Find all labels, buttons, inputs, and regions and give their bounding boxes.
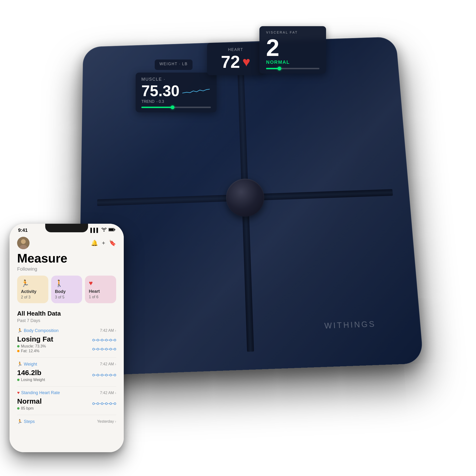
svg-rect-1	[115, 229, 115, 230]
bpm-detail: 85 bpm	[17, 406, 42, 410]
weight-item-title: 🏃 Weight	[17, 361, 37, 367]
svg-point-8	[97, 339, 99, 341]
heart-card: HEART 72 ♥	[207, 43, 264, 75]
svg-point-4	[21, 239, 26, 244]
muscle-label: MUSCLE ·	[141, 77, 211, 82]
following-label: Following	[17, 266, 116, 272]
follow-card-heart[interactable]: ♥ Heart 1 of 6	[85, 276, 116, 303]
muscle-sparkline	[182, 86, 211, 96]
heart-value: 72	[221, 53, 240, 70]
fat-dot	[17, 350, 19, 352]
scale-body: WITHINGS	[78, 37, 424, 376]
phone-content: 🔔 + 🔖 Measure Following 🏃 Activity 2 of …	[10, 233, 124, 437]
scale-center-circle	[226, 178, 265, 217]
svg-point-17	[93, 348, 95, 350]
phone-body: 9:41 ▌▌▌	[10, 224, 124, 452]
heart-rate-icon: ♥	[17, 390, 20, 395]
muscle-slider-fill	[141, 107, 172, 108]
body-comp-chevron: ›	[115, 328, 116, 333]
muscle-slider-track	[141, 107, 211, 108]
steps-icon: 🏃	[17, 419, 22, 424]
following-cards: 🏃 Activity 2 of 3 🚶 Body 3 of 5 ♥ Heart …	[17, 276, 116, 303]
status-time: 9:41	[18, 227, 28, 233]
follow-card-body[interactable]: 🚶 Body 3 of 5	[51, 276, 82, 303]
svg-point-36	[110, 374, 112, 376]
weight-trend	[92, 372, 116, 379]
svg-point-47	[110, 403, 112, 405]
battery-icon	[108, 228, 115, 233]
activity-icon: 🏃	[21, 279, 45, 287]
signal-icon: ▌▌▌	[90, 228, 100, 233]
body-icon: 🚶	[55, 279, 79, 287]
steps-time: Yesterday ›	[97, 419, 116, 424]
heart-rate-title: ♥ Standing Heart Rate	[17, 390, 60, 395]
trend-value: - 0.3	[156, 100, 164, 104]
svg-point-43	[101, 403, 103, 405]
heart-label: HEART	[214, 48, 257, 52]
svg-point-34	[105, 374, 107, 376]
scale-device: WITHINGS	[67, 19, 447, 400]
svg-point-32	[101, 374, 103, 376]
visceral-label: VISCERAL FAT	[266, 31, 319, 34]
body-comp-trend	[92, 336, 116, 344]
svg-point-16	[114, 339, 116, 341]
health-item-body-composition[interactable]: 🏃 Body Composition 7:42 AM › Losing Fat	[17, 328, 116, 358]
app-header: 🔔 + 🔖	[17, 237, 116, 249]
body-comp-trend2	[92, 346, 116, 352]
bpm-dot	[17, 407, 19, 409]
svg-point-14	[110, 339, 112, 341]
activity-title: Activity	[21, 289, 45, 294]
bell-icon[interactable]: 🔔	[91, 240, 98, 246]
svg-point-12	[105, 339, 107, 341]
body-comp-value: Losing Fat	[17, 335, 53, 343]
muscle-detail: Muscle: 73.3%	[17, 344, 53, 348]
weight-card: WEIGHT · LB	[155, 60, 192, 70]
bookmark-icon[interactable]: 🔖	[109, 240, 116, 246]
visceral-slider-track	[266, 68, 319, 69]
add-icon[interactable]: +	[102, 240, 105, 246]
wifi-icon	[102, 228, 107, 233]
fat-detail: Fat: 12.4%	[17, 349, 53, 353]
svg-point-10	[101, 339, 103, 341]
health-item-weight[interactable]: 🏃 Weight 7:42 AM › 146.2lb	[17, 361, 116, 387]
weight-value: 146.2lb	[17, 369, 45, 377]
health-item-heart-rate[interactable]: ♥ Standing Heart Rate 7:42 AM › Normal	[17, 390, 116, 415]
phone-screen: 9:41 ▌▌▌	[10, 224, 124, 452]
visceral-fat-card: VISCERAL FAT 2 NORMAL	[259, 26, 326, 73]
muscle-slider-thumb	[171, 105, 174, 109]
heart-subtitle: 1 of 6	[89, 295, 112, 299]
weight-detail: Losing Weight	[17, 378, 45, 382]
svg-point-41	[97, 403, 99, 405]
heart-trend	[92, 400, 116, 407]
visceral-slider-thumb	[277, 67, 281, 70]
muscle-dot	[17, 345, 19, 347]
svg-point-30	[97, 374, 99, 376]
svg-point-49	[114, 403, 116, 405]
visceral-value: 2	[266, 36, 319, 60]
phone-device: 9:41 ▌▌▌	[10, 224, 124, 452]
svg-point-28	[93, 374, 95, 376]
heart-title: Heart	[89, 289, 112, 294]
body-subtitle: 3 of 5	[55, 295, 79, 299]
health-section-title: All Health Data	[17, 310, 116, 317]
svg-point-45	[105, 403, 107, 405]
health-item-steps[interactable]: 🏃 Steps Yesterday ›	[17, 419, 116, 429]
status-icons: ▌▌▌	[90, 228, 115, 233]
phone-notch	[45, 224, 88, 232]
svg-point-39	[93, 403, 95, 405]
body-title: Body	[55, 289, 79, 294]
muscle-value: 75.30	[141, 83, 179, 99]
body-comp-title: 🏃 Body Composition	[17, 328, 59, 333]
svg-point-23	[105, 348, 107, 350]
trend-label: TREND	[141, 100, 154, 104]
follow-card-activity[interactable]: 🏃 Activity 2 of 3	[17, 276, 48, 303]
svg-point-27	[114, 348, 116, 350]
health-period: Past 7 Days	[17, 318, 116, 323]
svg-point-25	[110, 348, 112, 350]
svg-rect-2	[109, 229, 114, 231]
weight-chevron: ›	[115, 362, 116, 366]
activity-subtitle: 2 of 3	[21, 295, 45, 299]
avatar[interactable]	[17, 237, 30, 249]
body-comp-time: 7:42 AM ›	[100, 328, 116, 333]
svg-point-21	[101, 348, 103, 350]
